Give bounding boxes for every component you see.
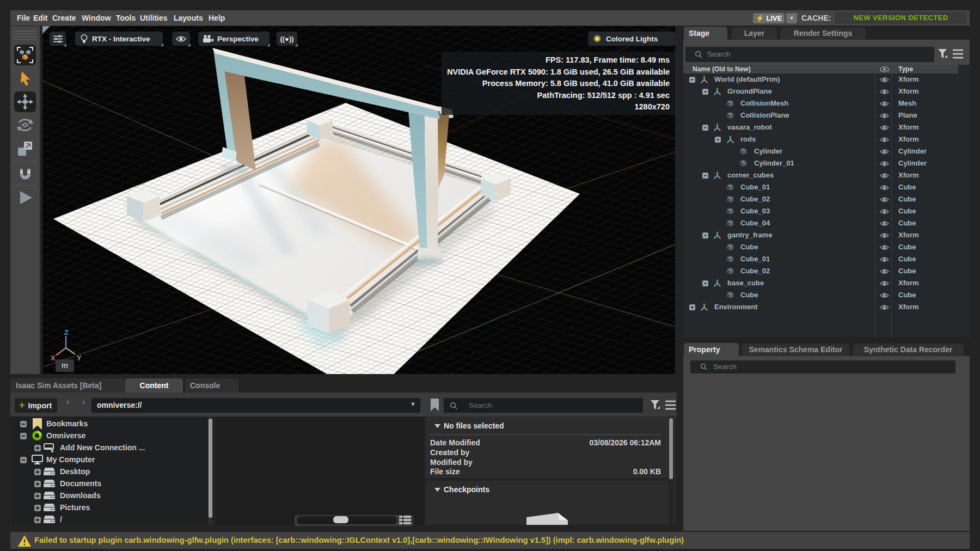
svg-text:Z: Z: [64, 330, 69, 336]
svg-text:X: X: [51, 354, 56, 362]
svg-text:Y: Y: [77, 354, 82, 362]
